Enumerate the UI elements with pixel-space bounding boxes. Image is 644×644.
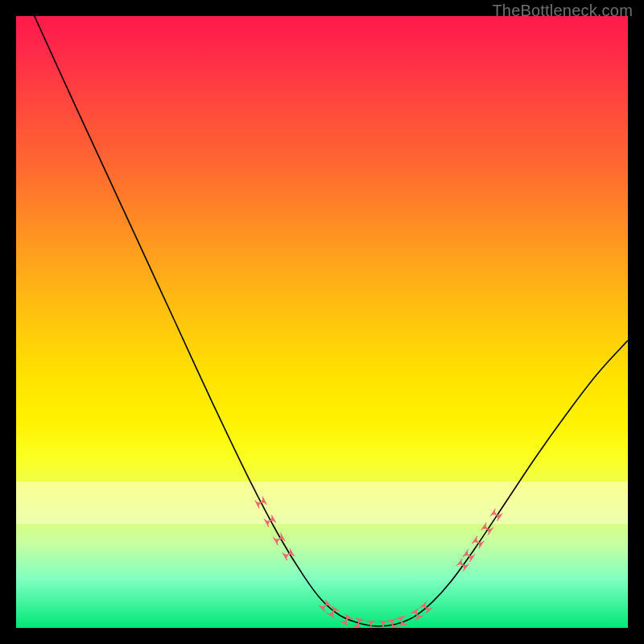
data-marker xyxy=(319,600,331,612)
bottleneck-curve xyxy=(35,16,628,626)
data-marker xyxy=(255,497,266,508)
data-marker xyxy=(378,621,387,628)
plot-area xyxy=(16,16,628,628)
data-marker xyxy=(353,617,364,628)
chart-svg xyxy=(16,16,628,628)
data-marker xyxy=(264,515,275,527)
chart-frame: TheBottleneck.com xyxy=(0,0,644,644)
data-marker xyxy=(411,609,423,621)
